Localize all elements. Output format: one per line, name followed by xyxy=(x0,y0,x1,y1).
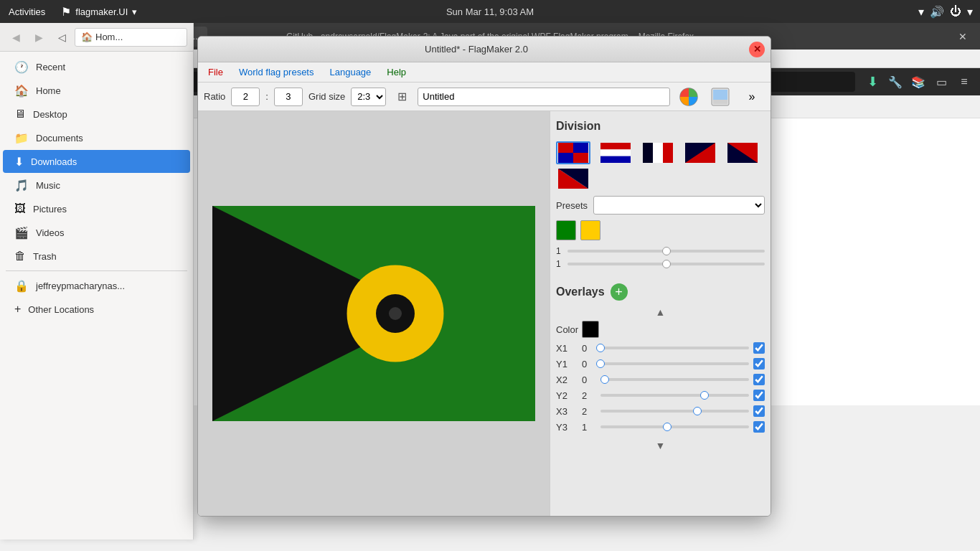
network-icon[interactable]: ▾ xyxy=(918,5,924,19)
chroma-key-btn[interactable] xyxy=(676,84,702,110)
sidebar-item-home[interactable]: 🏠 Home xyxy=(3,79,190,102)
fm-menu-help[interactable]: Help xyxy=(380,65,413,79)
overlay-y1-checkbox[interactable] xyxy=(753,358,765,369)
overlay-y2-slider[interactable] xyxy=(600,394,749,397)
overlay-y3-checkbox[interactable] xyxy=(753,421,765,433)
sidebar-home-icon: 🏠 xyxy=(81,32,93,42)
svg-rect-20 xyxy=(643,143,653,163)
videos-icon: 🎬 xyxy=(14,226,29,240)
flagmaker-close-btn[interactable]: ✕ xyxy=(749,42,765,57)
flagmaker-canvas xyxy=(198,111,550,516)
volume-icon[interactable]: 🔊 xyxy=(930,5,944,19)
more-options-btn[interactable]: » xyxy=(739,84,765,110)
slider-1-thumb[interactable] xyxy=(662,247,671,255)
flagmaker-toolbar: Ratio : Grid size 1:1 2:3 3:5 4:6 ⊞ xyxy=(198,83,771,111)
overlay-x2-thumb[interactable] xyxy=(600,375,609,384)
sidebar-item-pictures[interactable]: 🖼 Pictures xyxy=(3,197,190,220)
svg-rect-14 xyxy=(573,143,588,153)
export-btn[interactable] xyxy=(707,84,733,110)
sidebar-item-network[interactable]: 🔒 jeffreypmacharynas... xyxy=(3,274,190,297)
sidebar-item-recent[interactable]: 🕐 Recent xyxy=(3,55,190,78)
flagmaker-main: Division xyxy=(198,111,771,516)
power-icon[interactable]: ⏻ xyxy=(950,5,961,18)
sidebar-forward-btn[interactable]: ▶ xyxy=(29,27,49,47)
sidebar-item-downloads[interactable]: ⬇ Downloads xyxy=(3,150,190,173)
sidebar-item-downloads-label: Downloads xyxy=(31,156,77,167)
svg-rect-18 xyxy=(600,149,631,156)
slider-1-track[interactable] xyxy=(567,250,765,253)
scroll-down-arrow[interactable]: ▼ xyxy=(656,440,666,451)
sidebar-location[interactable]: 🏠 Hom... xyxy=(75,28,187,47)
overlay-x2-row: X2 0 xyxy=(556,374,765,385)
fm-menu-language[interactable]: Language xyxy=(322,65,378,79)
overlay-x1-slider[interactable] xyxy=(600,347,749,349)
color-swatch-2[interactable] xyxy=(580,220,600,240)
library-icon[interactable]: 📚 xyxy=(908,72,928,92)
documents-icon: 📁 xyxy=(14,131,29,145)
overlay-color-swatch[interactable] xyxy=(582,321,599,338)
activities-button[interactable]: Activities xyxy=(0,0,54,23)
fm-menu-file[interactable]: File xyxy=(201,65,230,79)
hamburger-menu[interactable]: ≡ xyxy=(954,72,974,92)
color-swatch-1[interactable] xyxy=(556,220,576,240)
recent-icon: 🕐 xyxy=(14,60,29,74)
flagmaker-title: Untitled* - FlagMaker 2.0 xyxy=(204,44,749,55)
overlay-x3-slider[interactable] xyxy=(600,410,749,413)
firefox-close-btn[interactable]: ✕ xyxy=(953,28,973,45)
overlay-y1-slider[interactable] xyxy=(600,362,749,365)
tools-icon[interactable]: 🔧 xyxy=(885,72,905,92)
arrow-icon[interactable]: ▾ xyxy=(967,5,973,19)
overlay-y3-thumb[interactable] xyxy=(663,423,672,431)
overlay-x2-value: 0 xyxy=(582,375,596,385)
grid-toggle-icon[interactable]: ⊞ xyxy=(392,87,412,107)
sidebar-item-videos[interactable]: 🎬 Videos xyxy=(3,221,190,244)
division-option-5[interactable] xyxy=(725,141,760,164)
app-switcher[interactable]: ⚑ flagmaker.UI ▾ xyxy=(54,5,144,19)
slider-row-2: 1 xyxy=(556,259,765,269)
flag-svg xyxy=(212,206,535,421)
slider-2-thumb[interactable] xyxy=(662,260,671,268)
sidebar-item-other[interactable]: + Other Locations xyxy=(3,298,190,321)
overlay-x1-thumb[interactable] xyxy=(596,344,605,352)
grid-size-select-wrapper: 1:1 2:3 3:5 4:6 xyxy=(351,88,386,106)
overlay-x2-slider[interactable] xyxy=(600,378,749,381)
overlay-x3-thumb[interactable] xyxy=(693,407,702,415)
overlay-x3-checkbox[interactable] xyxy=(753,405,765,417)
slider-2-track[interactable] xyxy=(567,263,765,265)
overlay-y2-checkbox[interactable] xyxy=(753,390,765,401)
overlay-y3-slider[interactable] xyxy=(600,425,749,428)
presets-select[interactable] xyxy=(593,196,765,215)
overlay-x2-checkbox[interactable] xyxy=(753,374,765,385)
sidebar-item-documents[interactable]: 📁 Documents xyxy=(3,126,190,149)
overlay-x1-checkbox[interactable] xyxy=(753,342,765,354)
division-option-1[interactable] xyxy=(556,141,590,164)
overlay-y2-thumb[interactable] xyxy=(700,391,709,400)
division-option-3[interactable] xyxy=(641,141,675,164)
fm-menu-world-flag[interactable]: World flag presets xyxy=(232,65,321,79)
sidebar-back-btn[interactable]: ◀ xyxy=(6,27,26,47)
network-sidebar-icon: 🔒 xyxy=(14,279,29,293)
sidebar-item-music[interactable]: 🎵 Music xyxy=(3,174,190,197)
overlay-x3-value: 2 xyxy=(582,406,596,417)
scroll-up-arrow[interactable]: ▲ xyxy=(656,306,666,318)
dropdown-icon: ▾ xyxy=(132,6,137,17)
sidebar-toggle[interactable]: ▭ xyxy=(931,72,951,92)
overlay-x2-label: X2 xyxy=(556,375,578,385)
overlay-y1-thumb[interactable] xyxy=(596,359,605,368)
svg-rect-21 xyxy=(653,143,663,163)
ratio-height-input[interactable] xyxy=(274,88,303,106)
download-icon[interactable]: ⬇ xyxy=(862,72,882,92)
division-option-2[interactable] xyxy=(598,141,633,164)
svg-rect-16 xyxy=(573,153,588,163)
division-option-4[interactable] xyxy=(683,141,717,164)
sidebar-up-btn[interactable]: ◁ xyxy=(52,27,72,47)
sidebar-item-trash[interactable]: 🗑 Trash xyxy=(3,245,190,268)
division-option-6[interactable] xyxy=(556,167,590,190)
grid-size-select[interactable]: 1:1 2:3 3:5 4:6 xyxy=(351,88,386,106)
sidebar-item-desktop[interactable]: 🖥 Desktop xyxy=(3,103,190,126)
flag-name-input[interactable] xyxy=(418,88,670,106)
overlay-x3-label: X3 xyxy=(556,406,578,417)
ratio-width-input[interactable] xyxy=(231,88,260,106)
pictures-icon: 🖼 xyxy=(14,202,26,215)
add-overlay-btn[interactable]: + xyxy=(611,283,628,301)
